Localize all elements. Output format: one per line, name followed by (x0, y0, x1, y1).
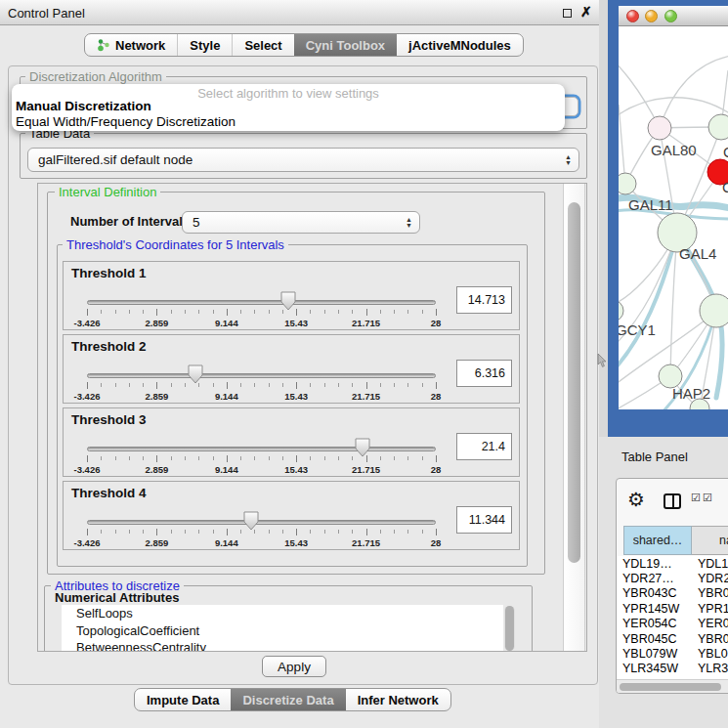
tab-style-label: Style (190, 38, 220, 53)
table-column-header[interactable]: na (692, 526, 728, 555)
attributes-section: Attributes to discretize Numerical Attri… (38, 577, 587, 651)
table-cell: YLR345W (618, 662, 689, 675)
number-of-intervals-label: Number of Intervals (70, 214, 190, 229)
network-window-titlebar[interactable] (619, 6, 728, 26)
tick-label: 2.859 (146, 391, 169, 402)
split-columns-icon[interactable] (664, 493, 681, 509)
table-hscroll-thumb[interactable] (620, 683, 721, 691)
gear-icon[interactable]: ⚙ (627, 490, 645, 509)
attribute-item[interactable]: TopologicalCoefficient (62, 622, 503, 640)
threshold-3-slider-track[interactable] (87, 447, 436, 451)
settings-scrollbar-thumb[interactable] (568, 202, 580, 563)
network-node[interactable] (619, 173, 636, 194)
threshold-4-value-field[interactable]: 11.344 (456, 506, 512, 534)
numerical-attributes-list[interactable]: SelfLoopsTopologicalCoefficientBetweenne… (62, 605, 503, 651)
node-table-card: ⚙ ☑ ☑ shared…na YDL19…YDL1YDR27…YDR2YBR0… (616, 478, 728, 694)
tick-label: 21.715 (352, 464, 380, 475)
attribute-item[interactable]: BetweennessCentrality (62, 639, 503, 651)
table-cell: YER0 (689, 617, 728, 630)
control-panel-titlebar: Control Panel ✗ (0, 0, 606, 25)
table-cell: YDR27… (618, 572, 689, 585)
combo-stepper-icon: ▲▼ (565, 154, 572, 166)
checkbox-icon[interactable]: ☑ (703, 492, 712, 503)
tab-cyni-toolbox[interactable]: Cyni Toolbox (294, 34, 397, 56)
table-row[interactable]: YBR045CYBR0 (618, 631, 728, 646)
threshold-2-slider-track[interactable] (87, 373, 436, 378)
tick-label: 9.144 (215, 391, 238, 402)
table-row[interactable]: YDL19…YDL1 (618, 556, 728, 571)
apply-button-label: Apply (278, 660, 311, 674)
discretization-algorithm-title: Discretization Algorithm (25, 70, 166, 83)
table-cell: YBR0 (689, 632, 728, 646)
algorithm-option-equal-width-frequency-discretization[interactable]: Equal Width/Frequency Discretization (16, 114, 236, 129)
attributes-list-scrollbar[interactable] (504, 606, 515, 651)
tab-network-label: Network (115, 38, 165, 53)
threshold-2-value-field[interactable]: 6.316 (456, 360, 512, 387)
attribute-item[interactable]: SelfLoops (62, 605, 503, 622)
tick-label: 28 (431, 537, 442, 548)
float-window-icon[interactable] (563, 9, 572, 18)
table-column-header[interactable]: shared… (623, 526, 692, 555)
table-data-combo-value: galFiltered.sif default node (38, 152, 193, 167)
close-icon[interactable]: ✗ (580, 4, 592, 20)
network-node-label: GAL4 (679, 245, 716, 262)
network-node[interactable] (700, 294, 728, 327)
table-row[interactable]: YBL079WYBL0 (618, 646, 728, 661)
table-cell: YBR0 (689, 586, 728, 600)
apply-button[interactable]: Apply (262, 656, 326, 677)
table-row[interactable]: YDR27…YDR2 (618, 571, 728, 585)
threshold-4-slider-thumb[interactable] (243, 511, 259, 531)
tick-label: 2.859 (146, 464, 169, 475)
network-node[interactable] (619, 300, 623, 321)
screen: Control Panel ✗ NetworkStyleSelectCyni T… (0, 0, 728, 728)
tick-label: -3.426 (74, 464, 101, 475)
threshold-2-slider-thumb[interactable] (188, 364, 203, 384)
tab-impute-data[interactable]: Impute Data (135, 689, 231, 710)
threshold-3-slider-thumb[interactable] (355, 438, 370, 457)
table-data-combo[interactable]: galFiltered.sif default node ▲▼ (27, 148, 579, 172)
tab-style[interactable]: Style (177, 34, 232, 56)
table-panel-title: Table Panel (621, 450, 688, 464)
minimize-traffic-light-icon[interactable] (645, 10, 658, 22)
tab-infer-network[interactable]: Infer Network (346, 689, 450, 710)
table-row[interactable]: YPR145WYPR1 (618, 601, 728, 616)
network-node-label: GA (723, 144, 728, 160)
threshold-1-value-field[interactable]: 14.713 (456, 286, 512, 314)
table-cell: YDL1 (689, 557, 728, 571)
zoom-traffic-light-icon[interactable] (664, 10, 677, 22)
table-row[interactable]: YLR345WYLR3 (618, 662, 728, 676)
tick-label: 21.715 (352, 391, 380, 402)
threshold-2-ticks: -3.4262.8599.14415.4321.71528 (87, 382, 436, 404)
table-header-row: shared…na (623, 526, 728, 555)
tab-network[interactable]: Network (85, 34, 177, 56)
tab-jactivemnodules[interactable]: jActiveMNodules (397, 34, 523, 56)
network-node-label: GAL11 (628, 196, 673, 213)
table-cell: YPR145W (618, 602, 689, 616)
network-icon (97, 38, 110, 52)
network-node[interactable] (708, 114, 728, 140)
network-node[interactable] (648, 116, 671, 140)
control-panel-title: Control Panel (8, 6, 85, 21)
number-of-intervals-combo[interactable]: 5 ▲▼ (182, 211, 420, 234)
checkbox-icon[interactable]: ☑ (691, 492, 701, 503)
close-traffic-light-icon[interactable] (626, 10, 639, 22)
tab-discretize-data[interactable]: Discretize Data (231, 689, 345, 710)
threshold-1-slider-thumb[interactable] (280, 291, 296, 311)
table-row[interactable]: YER054CYER0 (618, 617, 728, 631)
threshold-group-4: Threshold 4-3.4262.8599.14415.4321.71528… (63, 481, 520, 550)
threshold-3-value-field[interactable]: 21.4 (456, 433, 512, 460)
threshold-2-label: Threshold 2 (71, 339, 147, 354)
network-canvas[interactable]: GAL80GAGAL11CGAL4GCY1HHAP2 (619, 26, 728, 409)
threshold-4-slider-track[interactable] (87, 520, 436, 525)
table-horizontal-scrollbar[interactable] (617, 679, 728, 693)
algorithm-dropdown-popup: Select algorithm to view settings Manual… (12, 84, 565, 131)
algorithm-option-manual-discretization[interactable]: Manual Discretization (16, 99, 151, 113)
network-view-window: GAL80GAGAL11CGAL4GCY1HHAP2 (608, 0, 728, 437)
table-cell: YLR3 (689, 662, 728, 675)
tab-select[interactable]: Select (232, 34, 293, 56)
table-cell: YBR045C (618, 632, 689, 646)
tick-label: 9.144 (215, 537, 238, 548)
table-row[interactable]: YBR043CYBR0 (618, 586, 728, 601)
network-node-label: GAL80 (651, 142, 697, 158)
threshold-1-slider-track[interactable] (87, 300, 436, 305)
